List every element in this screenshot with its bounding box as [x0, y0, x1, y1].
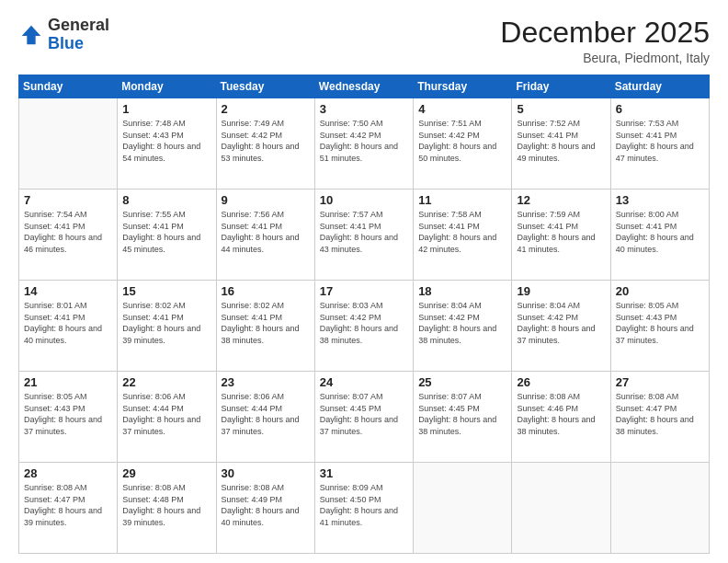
header: General Blue December 2025 Beura, Piedmo…: [18, 17, 710, 65]
table-row: 31Sunrise: 8:09 AM Sunset: 4:50 PM Dayli…: [314, 463, 413, 554]
day-number: 5: [517, 102, 605, 116]
day-number: 25: [418, 375, 506, 389]
table-row: 10Sunrise: 7:57 AM Sunset: 4:41 PM Dayli…: [314, 190, 413, 281]
day-info: Sunrise: 8:09 AM Sunset: 4:50 PM Dayligh…: [320, 482, 408, 528]
day-number: 30: [222, 466, 310, 480]
day-info: Sunrise: 8:08 AM Sunset: 4:47 PM Dayligh…: [616, 391, 704, 437]
day-number: 9: [222, 193, 310, 207]
day-info: Sunrise: 8:06 AM Sunset: 4:44 PM Dayligh…: [122, 391, 210, 437]
day-number: 23: [222, 375, 310, 389]
table-row: 14Sunrise: 8:01 AM Sunset: 4:41 PM Dayli…: [19, 281, 118, 372]
day-info: Sunrise: 8:05 AM Sunset: 4:43 PM Dayligh…: [616, 300, 704, 346]
header-thursday: Thursday: [414, 75, 512, 98]
day-info: Sunrise: 7:54 AM Sunset: 4:41 PM Dayligh…: [24, 209, 112, 255]
location-subtitle: Beura, Piedmont, Italy: [500, 51, 710, 65]
table-row: 27Sunrise: 8:08 AM Sunset: 4:47 PM Dayli…: [610, 372, 709, 463]
day-info: Sunrise: 7:50 AM Sunset: 4:42 PM Dayligh…: [320, 118, 408, 164]
day-info: Sunrise: 7:58 AM Sunset: 4:41 PM Dayligh…: [418, 209, 506, 255]
day-number: 13: [616, 193, 704, 207]
table-row: 23Sunrise: 8:06 AM Sunset: 4:44 PM Dayli…: [216, 372, 314, 463]
table-row: 25Sunrise: 8:07 AM Sunset: 4:45 PM Dayli…: [414, 372, 512, 463]
table-row: 12Sunrise: 7:59 AM Sunset: 4:41 PM Dayli…: [512, 190, 610, 281]
day-info: Sunrise: 8:03 AM Sunset: 4:42 PM Dayligh…: [320, 300, 408, 346]
calendar-week-row: 14Sunrise: 8:01 AM Sunset: 4:41 PM Dayli…: [19, 281, 710, 372]
day-number: 6: [616, 102, 704, 116]
day-number: 3: [320, 102, 408, 116]
day-number: 20: [616, 284, 704, 298]
day-info: Sunrise: 7:51 AM Sunset: 4:42 PM Dayligh…: [418, 118, 506, 164]
day-number: 2: [222, 102, 310, 116]
table-row: 1Sunrise: 7:48 AM Sunset: 4:43 PM Daylig…: [118, 98, 216, 190]
table-row: 9Sunrise: 7:56 AM Sunset: 4:41 PM Daylig…: [216, 190, 314, 281]
day-number: 26: [517, 375, 605, 389]
day-info: Sunrise: 7:57 AM Sunset: 4:41 PM Dayligh…: [320, 209, 408, 255]
day-number: 4: [418, 102, 506, 116]
calendar-page: General Blue December 2025 Beura, Piedmo…: [0, 0, 728, 563]
day-number: 31: [320, 466, 408, 480]
day-number: 21: [24, 375, 112, 389]
logo-icon: [18, 22, 44, 48]
table-row: 21Sunrise: 8:05 AM Sunset: 4:43 PM Dayli…: [19, 372, 118, 463]
title-block: December 2025 Beura, Piedmont, Italy: [500, 17, 710, 65]
day-number: 14: [24, 284, 112, 298]
day-info: Sunrise: 8:07 AM Sunset: 4:45 PM Dayligh…: [320, 391, 408, 437]
table-row: 16Sunrise: 8:02 AM Sunset: 4:41 PM Dayli…: [216, 281, 314, 372]
day-info: Sunrise: 7:59 AM Sunset: 4:41 PM Dayligh…: [517, 209, 605, 255]
day-info: Sunrise: 7:48 AM Sunset: 4:43 PM Dayligh…: [122, 118, 210, 164]
day-info: Sunrise: 7:49 AM Sunset: 4:42 PM Dayligh…: [222, 118, 310, 164]
table-row: 22Sunrise: 8:06 AM Sunset: 4:44 PM Dayli…: [118, 372, 216, 463]
table-row: [414, 463, 512, 554]
header-monday: Monday: [118, 75, 216, 98]
day-number: 1: [122, 102, 210, 116]
table-row: 5Sunrise: 7:52 AM Sunset: 4:41 PM Daylig…: [512, 98, 610, 190]
table-row: [19, 98, 118, 190]
day-info: Sunrise: 8:08 AM Sunset: 4:47 PM Dayligh…: [24, 482, 112, 528]
header-wednesday: Wednesday: [314, 75, 413, 98]
table-row: 20Sunrise: 8:05 AM Sunset: 4:43 PM Dayli…: [610, 281, 709, 372]
day-info: Sunrise: 8:01 AM Sunset: 4:41 PM Dayligh…: [24, 300, 112, 346]
table-row: 24Sunrise: 8:07 AM Sunset: 4:45 PM Dayli…: [314, 372, 413, 463]
table-row: 30Sunrise: 8:08 AM Sunset: 4:49 PM Dayli…: [216, 463, 314, 554]
day-number: 18: [418, 284, 506, 298]
day-number: 11: [418, 193, 506, 207]
day-info: Sunrise: 8:07 AM Sunset: 4:45 PM Dayligh…: [418, 391, 506, 437]
table-row: [512, 463, 610, 554]
table-row: 7Sunrise: 7:54 AM Sunset: 4:41 PM Daylig…: [19, 190, 118, 281]
table-row: [610, 463, 709, 554]
day-info: Sunrise: 7:52 AM Sunset: 4:41 PM Dayligh…: [517, 118, 605, 164]
table-row: 28Sunrise: 8:08 AM Sunset: 4:47 PM Dayli…: [19, 463, 118, 554]
table-row: 11Sunrise: 7:58 AM Sunset: 4:41 PM Dayli…: [414, 190, 512, 281]
day-number: 29: [122, 466, 210, 480]
day-info: Sunrise: 8:02 AM Sunset: 4:41 PM Dayligh…: [222, 300, 310, 346]
day-number: 19: [517, 284, 605, 298]
day-info: Sunrise: 7:56 AM Sunset: 4:41 PM Dayligh…: [222, 209, 310, 255]
day-info: Sunrise: 8:00 AM Sunset: 4:41 PM Dayligh…: [616, 209, 704, 255]
day-info: Sunrise: 8:08 AM Sunset: 4:46 PM Dayligh…: [517, 391, 605, 437]
header-saturday: Saturday: [610, 75, 709, 98]
logo-general-text: General: [48, 16, 109, 34]
calendar-week-row: 1Sunrise: 7:48 AM Sunset: 4:43 PM Daylig…: [19, 98, 710, 190]
day-info: Sunrise: 7:53 AM Sunset: 4:41 PM Dayligh…: [616, 118, 704, 164]
table-row: 17Sunrise: 8:03 AM Sunset: 4:42 PM Dayli…: [314, 281, 413, 372]
day-number: 24: [320, 375, 408, 389]
table-row: 8Sunrise: 7:55 AM Sunset: 4:41 PM Daylig…: [118, 190, 216, 281]
day-number: 22: [122, 375, 210, 389]
header-sunday: Sunday: [19, 75, 118, 98]
table-row: 3Sunrise: 7:50 AM Sunset: 4:42 PM Daylig…: [314, 98, 413, 190]
table-row: 15Sunrise: 8:02 AM Sunset: 4:41 PM Dayli…: [118, 281, 216, 372]
table-row: 6Sunrise: 7:53 AM Sunset: 4:41 PM Daylig…: [610, 98, 709, 190]
table-row: 26Sunrise: 8:08 AM Sunset: 4:46 PM Dayli…: [512, 372, 610, 463]
day-info: Sunrise: 8:06 AM Sunset: 4:44 PM Dayligh…: [222, 391, 310, 437]
day-number: 27: [616, 375, 704, 389]
header-tuesday: Tuesday: [216, 75, 314, 98]
logo: General Blue: [18, 17, 109, 53]
calendar-week-row: 21Sunrise: 8:05 AM Sunset: 4:43 PM Dayli…: [19, 372, 710, 463]
table-row: 19Sunrise: 8:04 AM Sunset: 4:42 PM Dayli…: [512, 281, 610, 372]
day-number: 10: [320, 193, 408, 207]
day-number: 7: [24, 193, 112, 207]
day-number: 15: [122, 284, 210, 298]
day-number: 16: [222, 284, 310, 298]
calendar-week-row: 28Sunrise: 8:08 AM Sunset: 4:47 PM Dayli…: [19, 463, 710, 554]
table-row: 13Sunrise: 8:00 AM Sunset: 4:41 PM Dayli…: [610, 190, 709, 281]
day-info: Sunrise: 8:02 AM Sunset: 4:41 PM Dayligh…: [122, 300, 210, 346]
